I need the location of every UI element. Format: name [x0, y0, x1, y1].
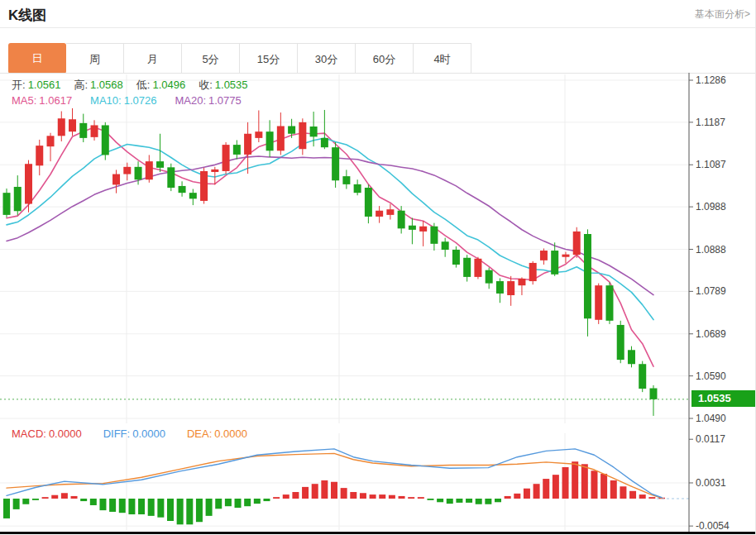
legend-item: MA20:1.0775: [175, 94, 241, 107]
legend-item: DEA:0.0000: [187, 428, 247, 440]
tab-周[interactable]: 周: [66, 43, 124, 74]
tab-日[interactable]: 日: [8, 43, 66, 74]
legend-item: 开:1.0561: [12, 78, 60, 93]
macd-legend: MACD:0.0000DIFF:0.0000DEA:0.0000: [12, 428, 247, 440]
legend-item: 高:1.0568: [74, 78, 122, 93]
legend-item: 收:1.0535: [199, 78, 247, 93]
y-axis-label: 1.1286: [696, 74, 726, 86]
legend-item: DIFF:0.0000: [103, 428, 165, 440]
y-axis-label: 1.0689: [696, 328, 726, 340]
tabbar-underline: [0, 73, 755, 74]
kline-widget: K线图 基本面分析> 日周月5分15分30分60分4时 1.12861.1187…: [0, 0, 756, 535]
tab-30分[interactable]: 30分: [298, 43, 356, 74]
y-axis-label: 1.0590: [696, 370, 726, 382]
page-title: K线图: [8, 6, 46, 25]
ma-legend: MA5:1.0617MA10:1.0726MA20:1.0775: [12, 94, 242, 107]
y-axis-label: 1.0888: [696, 244, 726, 256]
ohlc-legend: 开:1.0561高:1.0568低:1.0496收:1.0535: [12, 78, 248, 93]
y-axis-label: 1.0490: [696, 413, 726, 424]
y-axis-label: 1.1187: [696, 117, 725, 128]
y-axis-label: 1.0789: [696, 285, 726, 297]
macd-y-axis-label: 0.0117: [696, 433, 725, 445]
legend-item: MA5:1.0617: [12, 94, 72, 107]
header-divider: [0, 27, 755, 28]
y-axis-label: 1.1087: [696, 159, 726, 170]
legend-item: MACD:0.0000: [12, 428, 82, 440]
tab-60分[interactable]: 60分: [356, 43, 414, 74]
tab-月[interactable]: 月: [124, 43, 182, 74]
legend-item: 低:1.0496: [136, 78, 185, 93]
tab-5分[interactable]: 5分: [182, 43, 240, 74]
legend-item: MA10:1.0726: [90, 94, 156, 107]
chart-bottom-border: [0, 532, 755, 534]
macd-y-axis-label: -0.0054: [696, 520, 730, 532]
current-price-badge: 1.0535: [691, 390, 755, 407]
fundamental-analysis-link[interactable]: 基本面分析>: [695, 7, 750, 21]
period-tabbar: 日周月5分15分30分60分4时: [8, 43, 471, 74]
macd-y-axis-label: 0.0031: [696, 477, 726, 489]
tab-15分[interactable]: 15分: [240, 43, 298, 74]
y-axis-label: 1.0988: [696, 201, 726, 213]
tab-4时[interactable]: 4时: [414, 43, 471, 74]
